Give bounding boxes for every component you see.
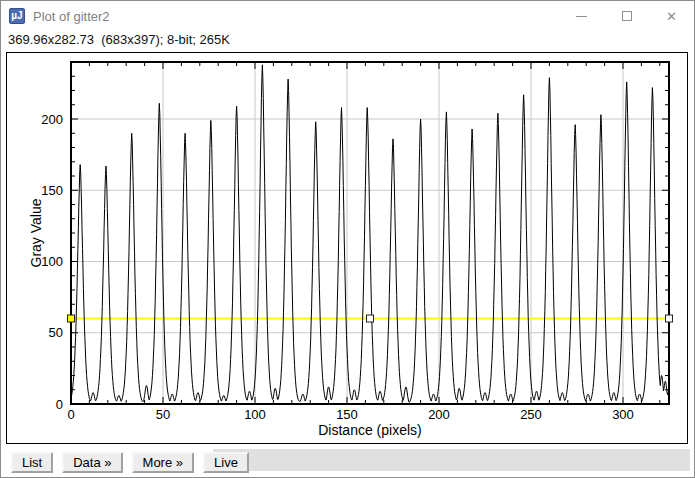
y-tick-label: 50 — [49, 325, 63, 340]
x-tick-label: 100 — [244, 407, 266, 422]
bottom-bar: List Data » More » Live — [1, 444, 695, 478]
close-icon: ✕ — [666, 10, 677, 23]
x-axis-label: Distance (pixels) — [318, 422, 421, 438]
minimize-icon — [576, 16, 587, 17]
window-title: Plot of gitter2 — [33, 9, 110, 24]
profile-line — [71, 65, 669, 403]
plot-canvas[interactable]: 050100150200250300050100150200Distance (… — [6, 52, 688, 444]
plot-window: µJ Plot of gitter2 ✕ 369.96x282.73 (683x… — [0, 0, 695, 478]
x-tick-label: 150 — [336, 407, 358, 422]
maximize-icon — [622, 11, 632, 21]
title-bar[interactable]: µJ Plot of gitter2 ✕ — [1, 1, 694, 31]
x-tick-label: 250 — [520, 407, 542, 422]
plot-button-row: List Data » More » Live — [11, 452, 249, 473]
y-axis-label: Gray Value — [28, 198, 44, 267]
minimize-button[interactable] — [559, 1, 604, 31]
y-tick-label: 100 — [41, 254, 63, 269]
y-tick-label: 0 — [56, 397, 63, 412]
live-button[interactable]: Live — [203, 452, 249, 473]
x-tick-label: 200 — [428, 407, 450, 422]
close-button[interactable]: ✕ — [649, 1, 694, 31]
window-controls: ✕ — [559, 1, 694, 31]
profile-plot-svg: 050100150200250300050100150200Distance (… — [7, 53, 687, 443]
roi-handle[interactable] — [367, 315, 374, 322]
x-tick-label: 0 — [67, 407, 74, 422]
roi-handle[interactable] — [68, 315, 75, 322]
list-button[interactable]: List — [11, 452, 53, 473]
imagej-icon: µJ — [9, 8, 25, 24]
y-tick-label: 150 — [41, 183, 63, 198]
status-line: 369.96x282.73 (683x397); 8-bit; 265K — [8, 32, 230, 47]
x-tick-label: 300 — [612, 407, 634, 422]
data-menu-button[interactable]: Data » — [62, 452, 122, 473]
more-menu-button[interactable]: More » — [132, 452, 194, 473]
bottom-filler — [213, 449, 690, 471]
roi-handle[interactable] — [666, 315, 673, 322]
x-tick-label: 50 — [156, 407, 170, 422]
maximize-button[interactable] — [604, 1, 649, 31]
y-tick-label: 200 — [41, 112, 63, 127]
